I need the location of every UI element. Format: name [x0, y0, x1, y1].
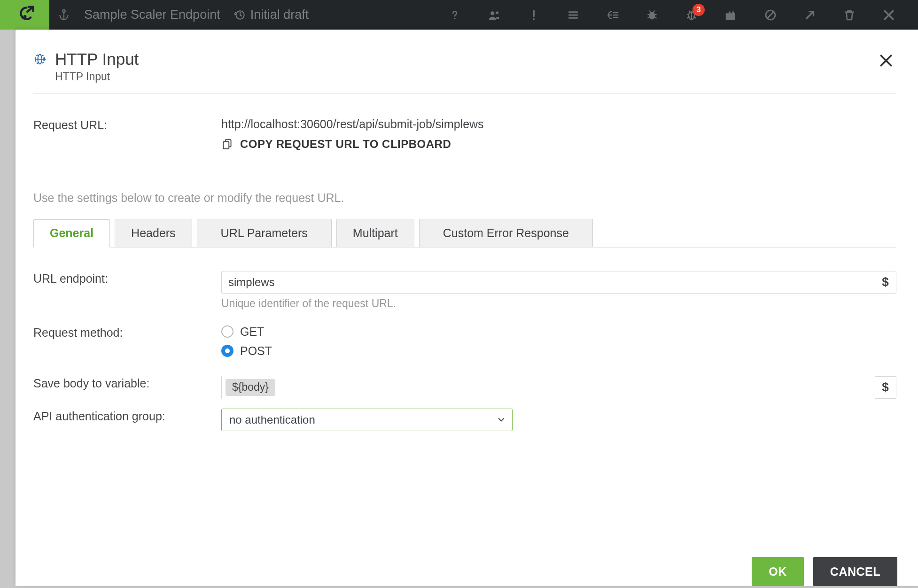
tab-general[interactable]: General [33, 219, 110, 248]
tab-url-parameters[interactable]: URL Parameters [197, 219, 332, 247]
users-icon[interactable] [475, 0, 514, 30]
app-logo[interactable] [0, 0, 49, 30]
svg-point-1 [62, 9, 65, 12]
save-body-input[interactable]: ${body} [221, 376, 875, 399]
save-body-pill: ${body} [226, 379, 275, 396]
url-endpoint-label: URL endpoint: [33, 271, 221, 310]
dialog-helper-text: Use the settings below to create or modi… [33, 191, 896, 205]
svg-rect-14 [223, 141, 229, 148]
url-endpoint-hint: Unique identifier of the request URL. [221, 297, 896, 310]
auth-group-selected: no authentication [229, 413, 315, 426]
clipboard-icon [221, 138, 233, 150]
globe-icon [33, 52, 47, 66]
save-body-label: Save body to variable: [33, 376, 221, 399]
export-arrow-icon[interactable] [790, 0, 830, 30]
trash-icon[interactable] [830, 0, 869, 30]
request-url-value: http://localhost:30600/rest/api/submit-j… [221, 117, 896, 131]
dialog-close-button[interactable] [876, 50, 896, 71]
help-icon[interactable] [435, 0, 475, 30]
cancel-button[interactable]: CANCEL [813, 557, 897, 586]
radio-label-post: POST [240, 344, 272, 358]
dialog-tabstrip: General Headers URL Parameters Multipart… [33, 219, 896, 248]
request-method-get-radio[interactable]: GET [221, 325, 896, 339]
url-endpoint-input[interactable] [221, 271, 875, 294]
app-topbar: Sample Scaler Endpoint Initial draft 3 [0, 0, 918, 30]
variable-picker-button[interactable]: $ [875, 271, 896, 294]
radio-label-get: GET [240, 325, 264, 339]
anchor-icon[interactable] [49, 0, 78, 30]
menu-lines-icon[interactable] [553, 0, 593, 30]
tab-custom-error-response[interactable]: Custom Error Response [419, 219, 593, 247]
svg-rect-6 [533, 10, 535, 17]
draft-indicator[interactable]: Initial draft [233, 8, 309, 22]
svg-point-5 [496, 11, 498, 14]
clock-back-icon [233, 9, 246, 21]
close-app-icon[interactable] [869, 0, 909, 30]
copy-request-url-button[interactable]: COPY REQUEST URL TO CLIPBOARD [221, 138, 896, 151]
svg-point-7 [533, 18, 535, 20]
dialog-subtitle: HTTP Input [55, 70, 139, 83]
ok-button[interactable]: OK [752, 557, 804, 586]
request-url-label: Request URL: [33, 117, 221, 151]
auth-group-select[interactable]: no authentication [221, 409, 513, 431]
app-logo-icon [15, 5, 35, 25]
http-input-dialog: HTTP Input HTTP Input Request URL: http:… [16, 30, 918, 586]
svg-point-3 [454, 17, 455, 19]
request-method-post-radio[interactable]: POST [221, 344, 896, 358]
dialog-title: HTTP Input [55, 50, 139, 69]
svg-point-8 [649, 12, 655, 19]
variable-picker-button-2[interactable]: $ [875, 376, 896, 399]
workflow-title: Sample Scaler Endpoint [78, 8, 233, 22]
request-method-label: Request method: [33, 325, 221, 364]
block-icon[interactable] [751, 0, 790, 30]
warning-icon[interactable] [514, 0, 553, 30]
variables-icon[interactable] [593, 0, 632, 30]
draft-label: Initial draft [250, 8, 309, 22]
auth-group-label: API authentication group: [33, 409, 221, 431]
castle-icon[interactable] [711, 0, 751, 30]
notification-badge: 3 [692, 4, 705, 16]
tab-multipart[interactable]: Multipart [336, 219, 414, 247]
svg-point-0 [23, 15, 26, 18]
svg-point-4 [490, 11, 494, 15]
tab-headers[interactable]: Headers [115, 219, 192, 247]
chevron-down-icon [498, 418, 505, 422]
copy-request-url-label: COPY REQUEST URL TO CLIPBOARD [240, 138, 451, 151]
bug-icon[interactable] [632, 0, 672, 30]
bug-notify-icon[interactable]: 3 [672, 0, 711, 30]
close-icon [879, 53, 894, 68]
